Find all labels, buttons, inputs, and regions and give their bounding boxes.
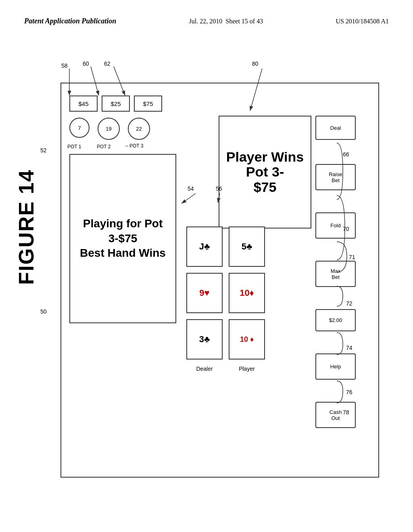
left-info-panel: Playing for Pot 3-$75 Best Hand Wins (69, 154, 176, 323)
ref-58: 58 (61, 62, 68, 69)
ref-80: 80 (252, 60, 259, 67)
fold-button[interactable]: Fold (315, 212, 356, 239)
ref-78: 78 (343, 409, 349, 416)
player-card-mid: 10♦ (229, 273, 265, 313)
ref-60: 60 (83, 60, 89, 67)
winner-box: Player Wins Pot 3- $75 (219, 116, 311, 229)
publication-title: Patent Application Publication (24, 16, 116, 26)
figure-label: FIGURE 14 (14, 169, 38, 285)
left-panel-text: Playing for Pot 3-$75 Best Hand Wins (70, 212, 175, 264)
outer-diagram-box: Playing for Pot 3-$75 Best Hand Wins $45… (60, 83, 379, 478)
player-label: Player (229, 366, 265, 372)
pot2-circle: 19 (98, 118, 120, 140)
ref-71: 71 (349, 254, 355, 260)
pot3-amount-box: $75 (134, 96, 162, 112)
pot3-label-arrow: →POT 3 (124, 143, 143, 149)
dealer-card-top: J♣ (186, 227, 223, 267)
ref-76: 76 (346, 389, 353, 395)
pot2-label: POT 2 (97, 144, 111, 150)
max-bet-button[interactable]: MaxBet (315, 261, 356, 287)
ref-66: 66 (343, 151, 349, 158)
dealer-card-mid: 9♥ (186, 273, 223, 313)
ref-56: 56 (216, 185, 222, 192)
header-date-sheet: Jul. 22, 2010 Sheet 15 of 43 (189, 16, 263, 27)
dealer-card-bot: 3♣ (186, 319, 223, 360)
page-header: Patent Application Publication Jul. 22, … (0, 0, 413, 35)
ref-72: 72 (346, 300, 353, 307)
ref-50: 50 (40, 308, 47, 315)
player-card-top: 5♣ (229, 227, 265, 267)
raise-bet-button[interactable]: RaiseBet (315, 164, 356, 190)
ref-54: 54 (188, 185, 194, 192)
pot1-amount-box: $45 (69, 96, 98, 112)
diagram-container: Playing for Pot 3-$75 Best Hand Wins $45… (36, 58, 387, 494)
pot1-label: POT 1 (67, 144, 81, 150)
player-card-bot: 10 ♦ (229, 319, 265, 360)
dealer-label: Dealer (186, 366, 223, 372)
ref-70: 70 (343, 226, 349, 232)
patent-number: US 2010/184508 A1 (336, 16, 389, 27)
deal-button[interactable]: Deal (315, 116, 356, 140)
pot1-circle: 7 (69, 118, 90, 138)
ref-62: 62 (104, 60, 111, 67)
ref-52: 52 (40, 147, 47, 154)
pot3-circle: 22 (128, 118, 150, 140)
cash-out-button[interactable]: CashOut (315, 402, 356, 428)
bet-amount-display: $2.00 (315, 309, 356, 331)
help-button[interactable]: Help (315, 353, 356, 380)
pot2-amount-box: $25 (102, 96, 130, 112)
ref-74: 74 (346, 345, 353, 351)
